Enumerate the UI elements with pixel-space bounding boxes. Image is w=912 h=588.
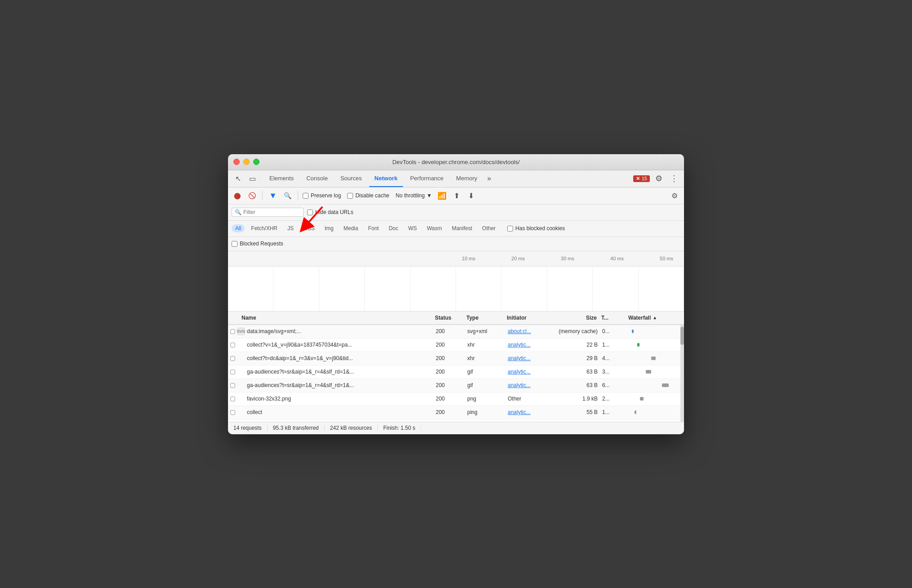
file-icon [237, 354, 245, 362]
header-status[interactable]: Status [435, 315, 466, 321]
filter-doc-button[interactable]: Doc [385, 224, 402, 232]
maximize-button[interactable] [253, 159, 259, 165]
row-status-1: 200 [436, 342, 467, 348]
network-filter-bar: 🔍 Hide data URLs [228, 205, 684, 221]
filter-js-button[interactable]: JS [284, 224, 297, 232]
hide-data-urls-checkbox[interactable]: Hide data URLs [307, 209, 353, 215]
row-checkbox-6[interactable] [228, 410, 237, 415]
filter-fetch-xhr-button[interactable]: Fetch/XHR [247, 224, 281, 232]
devtools-window: DevTools - developer.chrome.com/docs/dev… [228, 154, 684, 434]
filter-area: 🔍 Hide data URLs All Fetch/XHR JS CSS Im… [228, 205, 684, 251]
row-name-4: ga-audiences?t=sr&aip=1&_r=4&slf_rd=1&..… [247, 382, 436, 388]
row-status-4: 200 [436, 382, 467, 388]
row-initiator-4[interactable]: analytic... [508, 382, 557, 388]
filter-css-button[interactable]: CSS [300, 224, 318, 232]
filter-icon[interactable]: ▼ [267, 190, 279, 201]
search-icon[interactable]: 🔍 [282, 190, 293, 201]
hide-data-urls-input[interactable] [307, 209, 313, 215]
row-initiator-0[interactable]: about:cl... [508, 328, 557, 334]
tab-more-button[interactable]: » [484, 174, 494, 183]
table-row[interactable]: collect?v=1&_v=j90&a=1837457034&t=pa... … [228, 339, 684, 352]
row-size-3: 63 B [557, 369, 602, 375]
tab-performance[interactable]: Performance [405, 170, 449, 187]
network-settings-icon[interactable]: ⚙ [669, 190, 680, 201]
download-icon[interactable]: ⬇ [465, 190, 477, 201]
row-initiator-6[interactable]: analytic... [508, 409, 557, 415]
more-options-icon[interactable]: ⋮ [668, 172, 680, 185]
tab-right-area: ✕ 15 ⚙ ⋮ [633, 172, 680, 185]
tab-console[interactable]: Console [301, 170, 333, 187]
table-row[interactable]: favicon-32x32.png 200 png Other 1.9 kB 2… [228, 392, 684, 406]
tick-40ms: 40 ms [592, 256, 642, 261]
file-icon [237, 341, 245, 349]
network-toolbar: ⬤ 🚫 ▼ 🔍 Preserve log Disable cache No th… [228, 187, 684, 205]
file-icon [237, 408, 245, 416]
header-type[interactable]: Type [466, 315, 507, 321]
record-button[interactable]: ⬤ [232, 190, 243, 201]
settings-icon[interactable]: ⚙ [653, 172, 665, 185]
waterfall-bar-2 [651, 356, 656, 360]
preserve-log-checkbox[interactable]: Preserve log [303, 192, 341, 199]
svg-icon: SVG [237, 327, 245, 335]
tab-elements[interactable]: Elements [264, 170, 299, 187]
filter-input-wrapper[interactable]: 🔍 [232, 208, 304, 217]
row-size-2: 29 B [557, 355, 602, 361]
disable-cache-checkbox[interactable]: Disable cache [347, 192, 389, 199]
table-row[interactable]: collect?t=dc&aip=1&_r=3&v=1&_v=j90&tid..… [228, 352, 684, 365]
upload-icon[interactable]: ⬆ [451, 190, 462, 201]
row-checkbox-3[interactable] [228, 369, 237, 375]
table-row[interactable]: ga-audiences?t=sr&aip=1&_r=4&slf_rd=1&..… [228, 365, 684, 379]
tab-memory[interactable]: Memory [451, 170, 483, 187]
preserve-log-input[interactable] [303, 193, 308, 199]
table-row[interactable]: ga-audiences?t=sr&aip=1&_r=4&slf_rd=1&..… [228, 379, 684, 392]
filter-search-icon: 🔍 [235, 209, 241, 215]
row-checkbox-2[interactable] [228, 356, 237, 361]
throttle-select[interactable]: No throttling ▼ [396, 192, 432, 199]
filter-media-button[interactable]: Media [340, 224, 362, 232]
cursor-icon[interactable]: ↖ [232, 172, 244, 185]
wifi-icon[interactable]: 📶 [436, 190, 448, 201]
header-name[interactable]: Name [228, 315, 435, 321]
filter-manifest-button[interactable]: Manifest [448, 224, 476, 232]
error-badge[interactable]: ✕ 15 [633, 175, 650, 182]
row-size-1: 22 B [557, 342, 602, 348]
network-rows: SVG data:image/svg+xml;... 200 svg+xml a… [228, 325, 684, 422]
filter-all-button[interactable]: All [232, 224, 245, 232]
scrollbar-track[interactable] [680, 325, 684, 422]
blocked-requests-checkbox[interactable]: Blocked Requests [232, 241, 283, 247]
blocked-requests-input[interactable] [232, 241, 237, 247]
row-waterfall-5 [629, 392, 684, 405]
row-checkbox-5[interactable] [228, 396, 237, 402]
row-initiator-3[interactable]: analytic... [508, 369, 557, 375]
header-time[interactable]: T... [601, 315, 628, 321]
row-checkbox-1[interactable] [228, 342, 237, 348]
clear-button[interactable]: 🚫 [246, 190, 258, 201]
header-size[interactable]: Size [556, 315, 601, 321]
row-initiator-1[interactable]: analytic... [508, 342, 557, 348]
header-waterfall[interactable]: Waterfall ▲ [628, 315, 684, 321]
tab-network[interactable]: Network [369, 170, 403, 187]
filter-wasm-button[interactable]: Wasm [423, 224, 446, 232]
timeline-chart-area [228, 267, 684, 312]
close-button[interactable] [233, 159, 240, 165]
device-icon[interactable]: ▭ [246, 172, 259, 185]
disable-cache-input[interactable] [347, 193, 353, 199]
has-blocked-cookies-checkbox[interactable]: Has blocked cookies [507, 225, 565, 232]
table-row[interactable]: collect 200 ping analytic... 55 B 1... [228, 406, 684, 419]
filter-img-button[interactable]: Img [321, 224, 337, 232]
tick-20ms: 20 ms [493, 256, 543, 261]
tab-sources[interactable]: Sources [335, 170, 367, 187]
row-waterfall-4 [629, 379, 684, 392]
filter-ws-button[interactable]: WS [405, 224, 420, 232]
scrollbar-thumb[interactable] [680, 327, 684, 345]
header-initiator[interactable]: Initiator [507, 315, 556, 321]
minimize-button[interactable] [243, 159, 250, 165]
filter-other-button[interactable]: Other [478, 224, 499, 232]
has-blocked-cookies-input[interactable] [507, 226, 513, 232]
table-row[interactable]: SVG data:image/svg+xml;... 200 svg+xml a… [228, 325, 684, 339]
filter-font-button[interactable]: Font [364, 224, 382, 232]
filter-input[interactable] [243, 209, 297, 215]
row-initiator-2[interactable]: analytic... [508, 355, 557, 361]
row-checkbox-0[interactable] [228, 329, 237, 334]
row-checkbox-4[interactable] [228, 383, 237, 388]
